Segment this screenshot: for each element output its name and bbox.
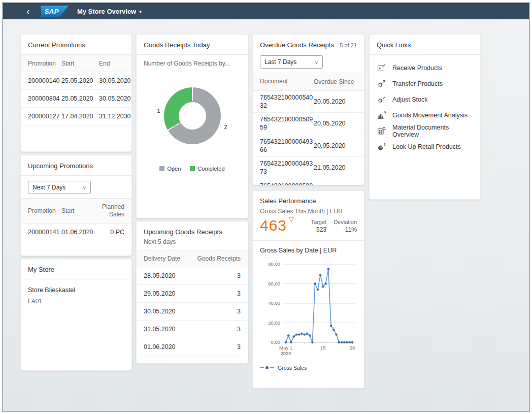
- card-title: Overdue Goods Receipts: [260, 41, 334, 49]
- table-row[interactable]: 76543210000050959 20.05.2020: [253, 113, 364, 135]
- table-row[interactable]: 01.06.2020 3: [137, 338, 248, 356]
- filter-value: Last 7 Days: [264, 58, 296, 66]
- quick-link-label: Look Up Retail Products: [392, 143, 461, 150]
- column-header: Document: [260, 78, 314, 86]
- upcoming-promotions-filter-select[interactable]: Next 7 Days ∨: [28, 181, 91, 194]
- svg-text:15: 15: [320, 345, 326, 351]
- cell-end: 30.05.2020: [99, 95, 131, 102]
- deviation-label: Deviation: [334, 219, 357, 225]
- kpi-label: Gross Sales This Month | EUR: [260, 208, 357, 215]
- quick-link-look-up-retail-products[interactable]: ? Look Up Retail Products: [370, 139, 480, 154]
- donut-value-open: 2: [224, 124, 227, 130]
- table-row[interactable]: 76543210000049366 20.05.2020: [253, 135, 364, 157]
- cell-goods-receipts: 3: [195, 326, 241, 333]
- upcoming-goods-receipts-card: Upcoming Goods Receipts Next 5 days Deli…: [136, 221, 248, 364]
- quick-links-card: Quick Links Receive Products Transfer Pr…: [369, 34, 481, 200]
- record-count: 5 of 21: [340, 42, 357, 48]
- column-header: Planned Sales: [100, 203, 124, 218]
- legend-label-open: Open: [167, 166, 181, 172]
- cell-delivery-date: 30.05.2020: [144, 308, 195, 315]
- cell-end: 31.12.2030: [99, 113, 131, 120]
- table-header: Document Overdue Since: [253, 73, 364, 91]
- svg-text:40,00: 40,00: [268, 300, 280, 306]
- app-window: ‹ SAP My Store Overview ▾ Current Promot…: [2, 2, 530, 412]
- column-header: Goods Receipts: [195, 255, 241, 262]
- current-promotions-card: Current Promotions Promotion Start End 2…: [20, 34, 132, 152]
- table-header: Promotion Start End: [21, 55, 131, 72]
- goods-receipts-today-card: Goods Receipts Today Number of Goods Rec…: [136, 34, 248, 218]
- chevron-down-icon: ∨: [83, 185, 86, 190]
- kpi-value-group: 463▽: [260, 217, 294, 234]
- cell-start: 01.06.2020: [61, 229, 100, 236]
- card-title: Sales Performance: [260, 197, 357, 205]
- table-row[interactable]: 29.05.2020 3: [137, 285, 248, 303]
- kpi-value: 463: [260, 217, 287, 234]
- svg-text:May 1: May 1: [279, 345, 292, 351]
- quick-link-label: Receive Products: [392, 65, 442, 72]
- cell-document: 76543210000049366: [260, 138, 314, 154]
- card-subtitle: Next 5 days: [144, 238, 241, 245]
- gross-sales-plot: 80,0060,0040,0020,000,00May 120201526: [260, 258, 357, 362]
- table-row[interactable]: 31.05.2020 3: [137, 321, 248, 338]
- back-icon[interactable]: ‹: [23, 6, 33, 16]
- legend-swatch-completed: [190, 166, 195, 171]
- cell-overdue-since: 20.05.2020: [314, 142, 357, 149]
- overdue-filter-select[interactable]: Last 7 Days ∨: [260, 55, 323, 69]
- cell-promotion: 200000127: [28, 113, 61, 120]
- target-value: 523: [311, 226, 327, 233]
- table-header: Promotion Start Planned Sales: [21, 198, 131, 224]
- donut-value-completed: 1: [157, 108, 160, 114]
- legend-swatch-open: [159, 166, 164, 171]
- receive-products-icon: [377, 63, 386, 73]
- cell-document: 76543210000049373: [260, 160, 314, 176]
- cell-overdue-since: 20.05.2020: [314, 120, 357, 127]
- quick-link-material-documents-overview[interactable]: Material Documents Overview: [370, 123, 480, 139]
- table-row[interactable]: 200000804 25.05.2020 30.05.2020: [21, 90, 131, 108]
- my-store-card: My Store Store Blieskastel FA01: [20, 259, 132, 371]
- column-header: Delivery Date: [144, 255, 195, 262]
- cell-delivery-date: 31.05.2020: [144, 326, 195, 333]
- page-title[interactable]: My Store Overview ▾: [77, 8, 142, 15]
- deviation-value: -11%: [334, 226, 357, 233]
- table-row[interactable]: 76543210000050966 21.05.2020: [253, 179, 364, 185]
- donut-legend: Open Completed: [137, 166, 248, 172]
- trend-down-icon: ▽: [289, 215, 294, 223]
- legend-line-icon: [270, 367, 274, 368]
- card-title: Quick Links: [370, 35, 480, 55]
- svg-text:?: ?: [383, 142, 386, 147]
- column-header: Overdue Since: [314, 78, 357, 85]
- svg-text:60,00: 60,00: [268, 281, 280, 286]
- page-title-text: My Store Overview: [77, 8, 136, 15]
- goods-movement-analysis-icon: [377, 111, 386, 120]
- cell-promotion: 200000140: [28, 77, 61, 84]
- quick-link-receive-products[interactable]: Receive Products: [370, 60, 480, 76]
- table-row[interactable]: 200000127 17.04.2020 31.12.2030: [21, 108, 131, 125]
- legend-line-icon: [260, 367, 264, 368]
- store-name: Store Blieskastel: [28, 286, 124, 294]
- adjust-stock-icon: [377, 95, 386, 104]
- column-header: End: [99, 60, 124, 67]
- table-row[interactable]: 30.05.2020 3: [137, 303, 248, 321]
- cell-start: 17.04.2020: [61, 113, 99, 120]
- table-row[interactable]: 28.05.2020 3: [137, 267, 248, 285]
- quick-link-transfer-products[interactable]: Transfer Products: [370, 76, 480, 91]
- quick-link-adjust-stock[interactable]: Adjust Stock: [370, 91, 480, 107]
- table-row[interactable]: 200000140 25.05.2020 30.05.2020: [21, 72, 131, 90]
- svg-text:20,00: 20,00: [268, 320, 280, 326]
- cell-delivery-date: 28.05.2020: [144, 272, 195, 279]
- column-header: Start: [61, 60, 99, 67]
- cell-goods-receipts: 3: [195, 290, 241, 297]
- transfer-products-icon: [377, 79, 386, 88]
- cell-delivery-date: 29.05.2020: [144, 290, 195, 297]
- svg-text:2020: 2020: [280, 351, 291, 356]
- sap-logo: SAP: [41, 6, 69, 17]
- table-row[interactable]: 200000141 01.06.2020 0 PC: [21, 224, 131, 241]
- quick-link-goods-movement-analysis[interactable]: Goods Movement Analysis: [370, 107, 480, 123]
- column-header: Start: [61, 207, 100, 214]
- table-row[interactable]: 76543210000054032 20.05.2020: [253, 91, 364, 113]
- chevron-down-icon: ∨: [315, 59, 318, 65]
- quick-link-label: Transfer Products: [392, 80, 443, 87]
- table-row[interactable]: 76543210000049373 21.05.2020: [253, 157, 364, 179]
- column-header: Promotion: [28, 60, 61, 67]
- overdue-goods-receipts-card: Overdue Goods Receipts 5 of 21 Last 7 Da…: [252, 34, 364, 185]
